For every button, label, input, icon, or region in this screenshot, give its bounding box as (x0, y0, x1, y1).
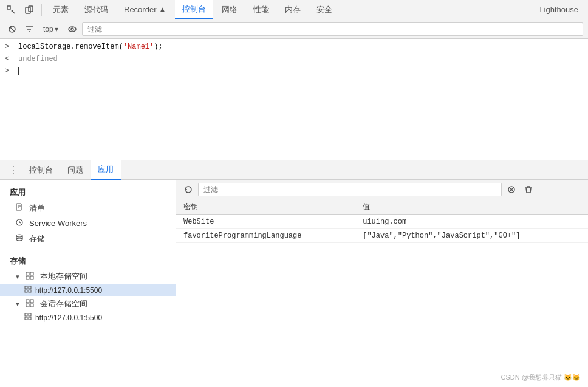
clear-console-icon[interactable] (5, 22, 19, 36)
right-filter-input[interactable] (198, 183, 502, 196)
storage-item[interactable]: 存储 (0, 231, 176, 246)
right-toolbar (176, 180, 588, 199)
output-prompt: < (5, 55, 13, 63)
session-storage-group[interactable]: ▼ 会话存储空间 (0, 296, 176, 311)
session-storage-url-grid-icon (24, 313, 32, 322)
top-tab-bar: 元素 源代码 Recorder ▲ 控制台 网络 性能 内存 安全 Lighth… (0, 0, 588, 19)
storage-data-table: 密钥 值 WebSiteuiuing.comfavoriteProgrammin… (176, 199, 588, 387)
svg-rect-18 (30, 300, 33, 303)
cursor-prompt: > (5, 67, 13, 75)
tab-memory[interactable]: 内存 (278, 0, 308, 19)
key-cell: WebSite (176, 215, 355, 229)
console-output-line: < undefined (0, 53, 588, 66)
chevron-down-icon: ▾ (55, 25, 58, 33)
context-selector[interactable]: top ▾ (39, 23, 63, 35)
bottom-tab-bar: ⋮ 控制台 问题 应用 (0, 160, 588, 180)
svg-rect-22 (29, 313, 31, 316)
svg-rect-23 (25, 317, 27, 320)
tab-performance[interactable]: 性能 (246, 0, 276, 19)
application-left-panel: 应用 清单 Service Workers (0, 180, 176, 387)
value-cell: ["Java","Python","JavaScript","GO+"] (355, 229, 588, 243)
svg-rect-19 (26, 304, 29, 307)
console-cursor-line: > (0, 66, 588, 78)
service-workers-item[interactable]: Service Workers (0, 216, 176, 231)
cursor-blink (18, 67, 19, 75)
section-spacer (0, 246, 176, 253)
value-cell: uiuing.com (355, 215, 588, 229)
toolbar-separator (41, 4, 42, 16)
svg-rect-0 (7, 6, 10, 9)
manifest-item[interactable]: 清单 (0, 200, 176, 216)
device-toggle-icon[interactable] (21, 1, 38, 18)
local-storage-url-grid-icon (24, 286, 32, 295)
svg-rect-12 (30, 276, 33, 279)
clear-filter-icon[interactable] (504, 182, 519, 197)
app-section-title: 应用 (0, 185, 176, 200)
table-row[interactable]: WebSiteuiuing.com (176, 215, 588, 229)
chevron-down-icon2: ▼ (15, 301, 22, 307)
svg-rect-21 (25, 313, 27, 316)
refresh-icon[interactable] (181, 182, 196, 197)
application-right-panel: 密钥 值 WebSiteuiuing.comfavoriteProgrammin… (176, 180, 588, 387)
svg-point-4 (69, 27, 76, 32)
input-prompt: > (5, 43, 13, 51)
local-storage-group[interactable]: ▼ 本地存储空间 (0, 269, 176, 284)
tab-network[interactable]: 网络 (214, 0, 245, 19)
output-value: undefined (18, 55, 58, 63)
key-cell: favoriteProgrammingLanguage (176, 229, 355, 243)
tab-elements[interactable]: 元素 (46, 0, 76, 19)
svg-rect-9 (26, 272, 29, 275)
storage-section-title: 存储 (0, 253, 176, 269)
service-workers-icon (15, 217, 26, 229)
console-toolbar: top ▾ (0, 19, 588, 39)
svg-rect-1 (26, 7, 30, 13)
console-code: localStorage.removeItem('Name1'); (18, 43, 163, 51)
svg-rect-11 (26, 276, 29, 279)
session-storage-grid-icon (26, 299, 36, 309)
svg-point-5 (71, 28, 74, 30)
tab-bottom-issues[interactable]: 问题 (60, 160, 91, 180)
svg-rect-14 (29, 286, 31, 289)
value-column-header: 值 (355, 199, 588, 215)
svg-rect-10 (30, 272, 33, 275)
svg-rect-24 (29, 317, 31, 320)
drag-handle-icon: ⋮ (5, 164, 22, 176)
console-input-line: > localStorage.removeItem('Name1'); (0, 41, 588, 53)
tab-recorder[interactable]: Recorder ▲ (117, 0, 174, 19)
svg-rect-16 (29, 290, 31, 292)
svg-point-8 (16, 235, 22, 237)
tab-console[interactable]: 控制台 (175, 0, 213, 19)
delete-icon[interactable] (521, 182, 536, 197)
local-storage-grid-icon (26, 272, 36, 282)
svg-rect-15 (25, 290, 27, 292)
console-output: > localStorage.removeItem('Name1'); < un… (0, 39, 588, 160)
tab-lighthouse[interactable]: Lighthouse (532, 0, 586, 19)
key-column-header: 密钥 (176, 199, 355, 215)
bottom-content: 应用 清单 Service Workers (0, 180, 588, 387)
svg-rect-13 (25, 286, 27, 289)
chevron-down-icon: ▼ (15, 273, 22, 280)
storage-icon (15, 233, 26, 244)
console-filter-input[interactable] (82, 22, 583, 36)
manifest-icon (15, 202, 26, 214)
bottom-panel: ⋮ 控制台 问题 应用 应用 清单 (0, 160, 588, 387)
tab-sources[interactable]: 源代码 (77, 0, 115, 19)
table-row[interactable]: favoriteProgrammingLanguage["Java","Pyth… (176, 229, 588, 243)
eye-icon[interactable] (65, 22, 80, 36)
svg-rect-20 (30, 304, 33, 307)
local-storage-url-item[interactable]: http://127.0.0.1:5500 (0, 284, 176, 296)
inspect-icon[interactable] (2, 1, 19, 18)
tab-bottom-console[interactable]: 控制台 (22, 160, 60, 180)
tab-security[interactable]: 安全 (309, 0, 340, 19)
svg-rect-17 (26, 300, 29, 303)
session-storage-url-item[interactable]: http://127.0.0.1:5500 (0, 311, 176, 324)
filter-icon[interactable] (22, 22, 36, 36)
tab-bottom-application[interactable]: 应用 (91, 160, 121, 180)
